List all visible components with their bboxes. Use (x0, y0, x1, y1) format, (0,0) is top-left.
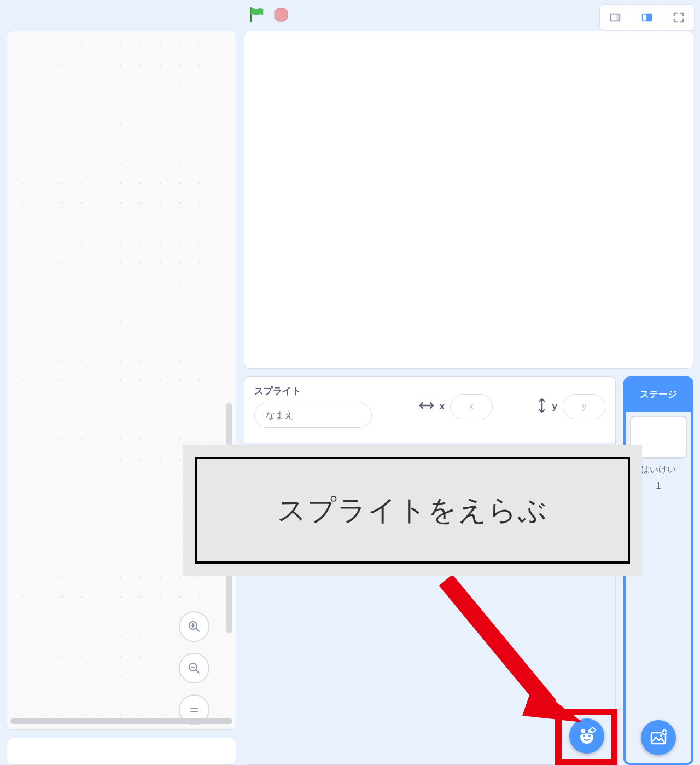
x-input[interactable]: x (450, 394, 493, 419)
svg-marker-0 (275, 8, 288, 21)
svg-rect-2 (616, 14, 620, 21)
sprite-section-label: スプライト (254, 385, 380, 397)
stop-button[interactable] (274, 8, 288, 22)
x-arrow-icon (419, 401, 434, 413)
code-canvas-panel[interactable] (7, 31, 236, 730)
stage-size-controls (599, 4, 695, 31)
annotation-callout-text: スプライトをえらぶ (195, 457, 630, 564)
backpack-panel[interactable] (7, 738, 236, 765)
backdrop-label: はいけい (641, 464, 676, 476)
stage-small-button[interactable] (599, 4, 631, 31)
run-controls (249, 7, 288, 23)
stage-large-button[interactable] (631, 4, 663, 31)
annotation-arrow (435, 575, 588, 733)
fullscreen-button[interactable] (663, 4, 695, 31)
stage-preview[interactable] (244, 31, 693, 369)
horizontal-scrollbar[interactable] (7, 718, 236, 726)
stage-sidebar-header: ステージ (623, 376, 693, 412)
x-label: x (440, 401, 445, 412)
add-backdrop-button[interactable] (641, 720, 676, 755)
zoom-in-button[interactable] (179, 611, 209, 642)
y-label: y (552, 401, 557, 412)
y-input[interactable]: y (563, 394, 605, 419)
zoom-controls (179, 611, 209, 725)
backdrop-count: 1 (656, 481, 661, 491)
svg-point-22 (660, 734, 662, 737)
svg-rect-4 (646, 14, 651, 21)
svg-line-6 (196, 628, 199, 631)
sprite-name-input[interactable] (254, 403, 372, 428)
top-toolbar (0, 0, 700, 31)
y-arrow-icon (537, 398, 547, 415)
svg-marker-26 (522, 684, 582, 722)
annotation-callout: スプライトをえらぶ (183, 445, 642, 576)
svg-line-10 (196, 670, 199, 673)
zoom-out-button[interactable] (179, 653, 209, 683)
green-flag-button[interactable] (249, 7, 265, 23)
